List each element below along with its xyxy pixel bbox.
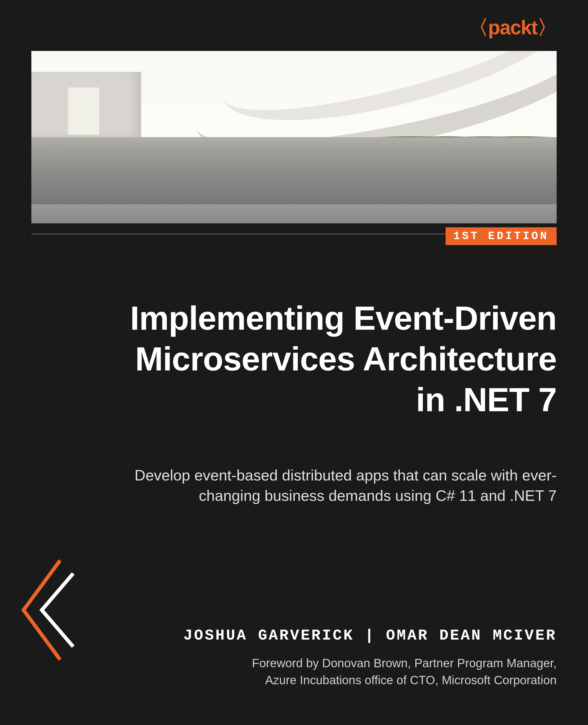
book-subtitle: Develop event-based distributed apps tha… bbox=[86, 465, 556, 506]
foreword-line-1: Foreword by Donovan Brown, Partner Progr… bbox=[252, 656, 556, 670]
author-separator: | bbox=[354, 627, 386, 644]
title-line-2: Microservices Architecture bbox=[135, 340, 556, 378]
author-2: OMAR DEAN MCIVER bbox=[386, 627, 556, 644]
foreword-credit: Foreword by Donovan Brown, Partner Progr… bbox=[252, 655, 556, 688]
foreword-line-2: Azure Incubations office of CTO, Microso… bbox=[265, 673, 556, 687]
author-1: JOSHUA GARVERICK bbox=[184, 627, 354, 644]
publisher-logo: 〈packt〉 bbox=[468, 14, 556, 41]
book-title: Implementing Event-Driven Microservices … bbox=[31, 298, 556, 420]
chevron-icon bbox=[13, 555, 81, 665]
title-line-1: Implementing Event-Driven bbox=[130, 299, 556, 337]
cover-image bbox=[31, 51, 556, 223]
edition-badge: 1ST EDITION bbox=[446, 227, 556, 245]
title-line-3: in .NET 7 bbox=[416, 381, 556, 418]
authors: JOSHUA GARVERICK | OMAR DEAN MCIVER bbox=[184, 627, 556, 644]
